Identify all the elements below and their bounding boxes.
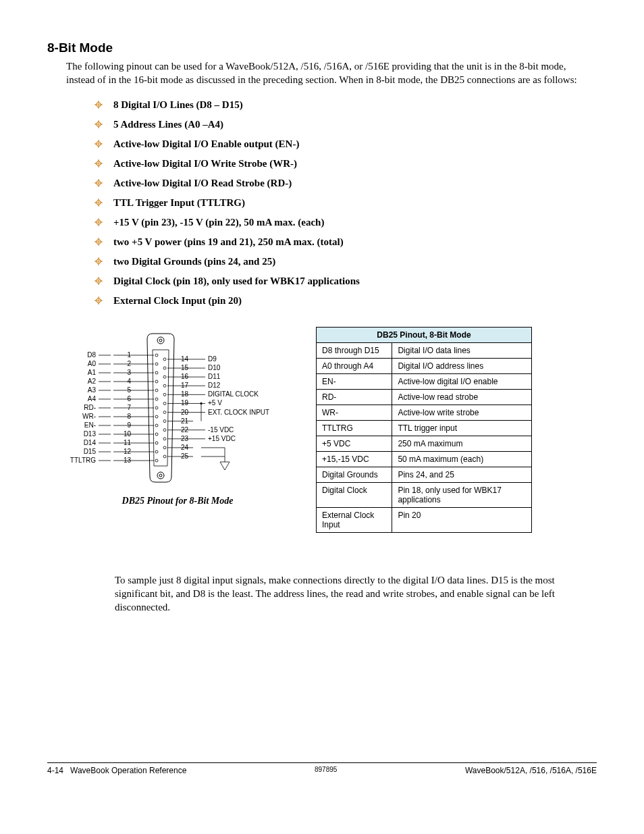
svg-point-33 <box>157 337 164 344</box>
svg-text:D14: D14 <box>84 439 97 446</box>
svg-text:16: 16 <box>181 373 189 380</box>
svg-text:D11: D11 <box>208 373 221 380</box>
svg-point-122 <box>163 393 166 396</box>
svg-point-127 <box>163 402 166 405</box>
svg-text:EXT. CLOCK INPUT: EXT. CLOCK INPUT <box>208 408 269 415</box>
section-heading: 8-Bit Mode <box>47 41 597 55</box>
feature-item: TTL Trigger Input (TTLTRG) <box>95 197 597 209</box>
closing-paragraph: To sample just 8 digital input signals, … <box>115 573 597 615</box>
svg-text:2: 2 <box>127 360 131 367</box>
diamond-bullet-icon <box>95 277 103 285</box>
feature-item: two Digital Grounds (pins 24, and 25) <box>95 256 597 267</box>
table-row: Digital ClockPin 18, only used for WBK17… <box>317 482 532 507</box>
pinout-table: DB25 Pinout, 8-Bit Mode D8 through D15Di… <box>316 327 532 533</box>
footer-center: 897895 <box>315 766 337 775</box>
svg-point-52 <box>155 380 158 383</box>
diamond-bullet-icon <box>95 101 103 109</box>
svg-point-157 <box>200 402 202 404</box>
svg-text:A1: A1 <box>88 369 97 376</box>
svg-text:19: 19 <box>181 399 189 407</box>
footer-left: 4-14 WaveBook Operation Reference <box>47 766 186 775</box>
feature-item: 5 Address Lines (A0 –A4) <box>95 119 597 130</box>
svg-text:7: 7 <box>127 404 131 411</box>
svg-text:6: 6 <box>127 395 131 402</box>
svg-point-34 <box>159 339 162 342</box>
diamond-bullet-icon <box>95 120 103 128</box>
diamond-bullet-icon <box>95 238 103 246</box>
svg-point-47 <box>155 371 158 374</box>
feature-item: External Clock Input (pin 20) <box>95 295 597 307</box>
footer-right: WaveBook/512A, /516, /516A, /516E <box>465 766 597 775</box>
diamond-bullet-icon <box>95 159 103 167</box>
table-row: +5 VDC250 mA maximum <box>317 436 532 451</box>
feature-item: Active-low Digital I/O Read Strobe (RD-) <box>95 178 597 189</box>
table-row: RD-Active-low read strobe <box>317 389 532 405</box>
svg-text:8: 8 <box>127 413 131 420</box>
table-title: DB25 Pinout, 8-Bit Mode <box>317 327 532 342</box>
diamond-bullet-icon <box>95 257 103 265</box>
feature-item: 8 Digital I/O Lines (D8 – D15) <box>95 99 597 111</box>
svg-text:D10: D10 <box>208 364 221 371</box>
db25-pinout-diagram: 1D82A03A14A25A36A47RD-8WR-9EN-10D1311D14… <box>66 327 289 489</box>
svg-text:A2: A2 <box>88 377 97 385</box>
svg-point-92 <box>155 450 158 453</box>
table-row: EN-Active-low digital I/O enable <box>317 373 532 389</box>
figure-caption: DB25 Pinout for 8-Bit Mode <box>66 496 289 506</box>
svg-text:A4: A4 <box>88 395 97 402</box>
table-row: WR-Active-low write strobe <box>317 405 532 420</box>
diamond-bullet-icon <box>95 199 103 207</box>
svg-text:+5 V: +5 V <box>208 399 222 407</box>
svg-text:9: 9 <box>127 421 131 429</box>
svg-text:22: 22 <box>181 425 189 433</box>
svg-point-77 <box>155 424 158 427</box>
svg-text:EN-: EN- <box>84 421 96 429</box>
svg-text:D15: D15 <box>84 448 97 455</box>
svg-point-150 <box>163 446 166 448</box>
svg-point-42 <box>155 363 158 365</box>
svg-point-97 <box>155 459 158 462</box>
feature-item: Digital Clock (pin 18), only used for WB… <box>95 276 597 287</box>
table-row: D8 through D15Digital I/O data lines <box>317 342 532 358</box>
svg-point-87 <box>155 442 158 444</box>
svg-text:17: 17 <box>181 382 189 389</box>
svg-point-102 <box>163 358 166 361</box>
svg-text:14: 14 <box>181 355 189 363</box>
svg-text:A3: A3 <box>88 386 97 394</box>
svg-text:RD-: RD- <box>84 404 96 411</box>
feature-item: Active-low Digital I/O Write Strobe (WR-… <box>95 158 597 170</box>
pinout-figure: 1D82A03A14A25A36A47RD-8WR-9EN-10D1311D14… <box>66 327 289 506</box>
table-row: +15,-15 VDC50 mA maximum (each) <box>317 451 532 467</box>
svg-text:DIGITAL CLOCK: DIGITAL CLOCK <box>208 390 259 398</box>
feature-list: 8 Digital I/O Lines (D8 – D15)5 Address … <box>95 99 597 307</box>
svg-text:12: 12 <box>124 448 132 455</box>
intro-paragraph: The following pinout can be used for a W… <box>66 59 597 87</box>
svg-text:+15 VDC: +15 VDC <box>208 434 236 442</box>
table-row: TTLTRGTTL trigger input <box>317 420 532 436</box>
svg-text:24: 24 <box>181 443 189 450</box>
svg-text:21: 21 <box>181 417 189 424</box>
svg-point-72 <box>155 415 158 418</box>
feature-item: +15 V (pin 23), -15 V (pin 22), 50 mA ma… <box>95 217 597 228</box>
svg-point-117 <box>163 384 166 387</box>
svg-point-137 <box>163 419 166 422</box>
page-footer: 4-14 WaveBook Operation Reference 897895… <box>47 762 597 775</box>
svg-text:D12: D12 <box>208 382 221 389</box>
svg-point-132 <box>163 411 166 413</box>
diamond-bullet-icon <box>95 218 103 226</box>
svg-text:11: 11 <box>124 439 132 446</box>
svg-point-153 <box>163 455 166 458</box>
svg-text:-15 VDC: -15 VDC <box>208 425 234 433</box>
svg-point-35 <box>157 472 164 479</box>
table-row: External Clock InputPin 20 <box>317 507 532 532</box>
svg-text:13: 13 <box>124 457 132 464</box>
svg-text:23: 23 <box>181 434 189 442</box>
feature-item: Active-low Digital I/O Enable output (EN… <box>95 138 597 150</box>
svg-point-107 <box>163 367 166 369</box>
table-row: A0 through A4Digital I/O address lines <box>317 358 532 373</box>
svg-point-37 <box>155 354 158 357</box>
svg-point-82 <box>155 433 158 436</box>
diamond-bullet-icon <box>95 140 103 148</box>
svg-point-36 <box>159 474 162 477</box>
table-row: Digital GroundsPins 24, and 25 <box>317 467 532 482</box>
svg-text:TTLTRG: TTLTRG <box>70 457 96 464</box>
